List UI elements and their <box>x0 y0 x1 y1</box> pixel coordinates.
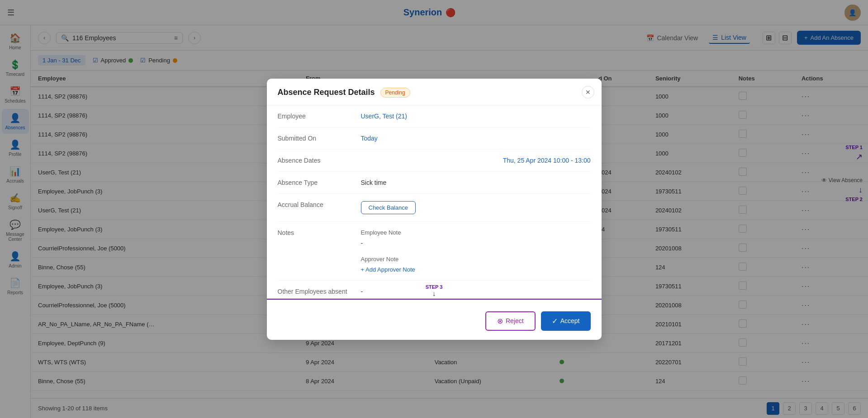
check-balance-button[interactable]: Check Balance <box>361 201 416 214</box>
reject-button[interactable]: ⊗ Reject <box>485 311 536 331</box>
absence-dates-label: Absence Dates <box>278 157 350 164</box>
accept-label: Accept <box>560 317 580 324</box>
approver-note-label: Approver Note <box>361 256 591 263</box>
notes-section: Employee Note - Approver Note + Add Appr… <box>361 229 591 273</box>
submitted-on-value: Today <box>361 135 591 142</box>
reject-icon: ⊗ <box>497 317 503 325</box>
accrual-balance-row: Accrual Balance Check Balance <box>278 194 591 222</box>
other-employees-label: Other Employees absent <box>278 288 350 295</box>
accept-icon: ✓ <box>552 317 558 325</box>
status-badge: Pending <box>380 88 410 98</box>
modal-footer: STEP 3 ↓ ⊗ Reject ✓ Accept <box>267 302 602 340</box>
modal-close-button[interactable]: ✕ <box>582 86 594 99</box>
submitted-on-label: Submitted On <box>278 135 350 142</box>
absence-dates-value: Thu, 25 Apr 2024 10:00 - 13:00 <box>361 157 591 164</box>
employee-value: UserG, Test (21) <box>361 113 591 120</box>
other-employees-row: Other Employees absent - <box>278 281 591 302</box>
absence-type-row: Absence Type Sick time <box>278 172 591 194</box>
accrual-balance-label: Accrual Balance <box>278 201 350 208</box>
absence-type-label: Absence Type <box>278 179 350 186</box>
notes-label: Notes <box>278 229 350 236</box>
other-employees-value: - <box>361 288 591 295</box>
modal-header: Absence Request Details Pending ✕ <box>267 79 602 105</box>
modal-overlay[interactable]: Absence Request Details Pending ✕ Employ… <box>0 0 868 418</box>
add-approver-note-button[interactable]: + Add Approver Note <box>361 266 591 273</box>
modal-body: Employee UserG, Test (21) Submitted On T… <box>267 105 602 302</box>
notes-row: Notes Employee Note - Approver Note + Ad… <box>278 222 591 281</box>
submitted-on-row: Submitted On Today <box>278 127 591 150</box>
employee-note-label: Employee Note <box>361 229 591 236</box>
absence-dates-row: Absence Dates Thu, 25 Apr 2024 10:00 - 1… <box>278 150 591 172</box>
absence-type-value: Sick time <box>361 179 591 186</box>
employee-note-value: - <box>361 240 591 247</box>
employee-label: Employee <box>278 113 350 120</box>
modal-title: Absence Request Details <box>278 88 375 97</box>
absence-request-modal: Absence Request Details Pending ✕ Employ… <box>267 79 602 340</box>
employee-row: Employee UserG, Test (21) <box>278 105 591 127</box>
accept-button[interactable]: ✓ Accept <box>541 311 591 331</box>
reject-label: Reject <box>506 317 524 324</box>
